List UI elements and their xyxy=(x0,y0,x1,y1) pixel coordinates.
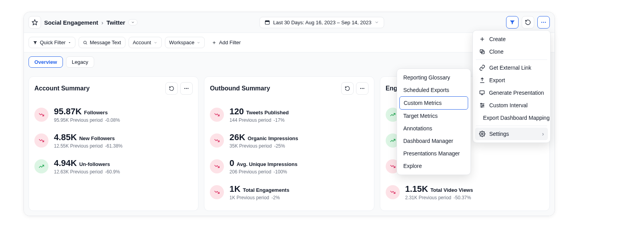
submenu-dashboard-manager[interactable]: Dashboard Manager xyxy=(399,135,468,147)
metric-label: Tweets Published xyxy=(246,110,289,115)
filter-icon xyxy=(33,40,38,45)
tab-overview[interactable]: Overview xyxy=(29,56,63,68)
dashboard-window: Social Engagement › Twitter Last 30 Days… xyxy=(23,12,555,216)
metric-label: Total Video Views xyxy=(430,187,473,193)
trend-bubble xyxy=(210,159,224,173)
trend-up-icon xyxy=(390,112,396,118)
svg-point-30 xyxy=(483,105,484,106)
metric-row: 26KOrganic Impressions35K Previous perio… xyxy=(210,128,368,153)
link-icon xyxy=(479,65,485,71)
trend-bubble xyxy=(34,133,48,148)
menu-custom-interval[interactable]: Custom Interval xyxy=(475,99,548,112)
more-button[interactable] xyxy=(537,16,550,29)
svg-point-5 xyxy=(545,22,546,23)
trend-bubble xyxy=(210,133,224,148)
metric-value: 4.94K xyxy=(54,158,77,168)
metric-sub: 95.95K Previous period-0.08% xyxy=(54,117,120,123)
trend-down-icon xyxy=(390,189,396,195)
add-filter-button[interactable]: Add Filter xyxy=(208,37,245,48)
trend-up-icon xyxy=(38,163,45,169)
breadcrumb-root: Social Engagement xyxy=(44,19,98,26)
caret-down-icon xyxy=(68,41,71,44)
chevron-down-icon xyxy=(131,20,135,24)
trend-down-icon xyxy=(38,137,45,144)
copy-icon xyxy=(479,49,485,55)
metric-value: 4.85K xyxy=(54,132,77,142)
submenu-custom-metrics[interactable]: Custom Metrics xyxy=(399,96,468,110)
menu-settings[interactable]: Settings › xyxy=(475,128,548,140)
message-text-filter[interactable]: Message Text xyxy=(79,37,125,48)
chevron-right-icon: › xyxy=(542,131,544,137)
favorite-button[interactable] xyxy=(29,16,41,29)
refresh-icon xyxy=(525,19,531,25)
card-title: Account Summary xyxy=(34,85,89,92)
submenu-explore[interactable]: Explore xyxy=(399,160,468,172)
menu-generate-presentation[interactable]: Generate Presentation xyxy=(475,87,548,99)
topbar: Social Engagement › Twitter Last 30 Days… xyxy=(24,12,555,33)
metric-value: 26K xyxy=(229,132,245,142)
submenu-scheduled-exports[interactable]: Scheduled Exports xyxy=(399,84,468,96)
ellipsis-icon xyxy=(360,86,365,91)
trend-down-icon xyxy=(214,163,220,169)
svg-point-10 xyxy=(184,88,185,89)
svg-point-14 xyxy=(361,88,362,89)
menu-export-mapping[interactable]: Export Dashboard Mapping xyxy=(475,112,548,124)
svg-point-32 xyxy=(481,133,483,135)
metric-row: 4.85KNew Followers12.55K Previous period… xyxy=(34,128,193,153)
svg-point-12 xyxy=(188,88,188,89)
metric-value: 120 xyxy=(229,106,244,117)
metric-label: New Followers xyxy=(79,135,115,141)
breadcrumb[interactable]: Social Engagement › Twitter xyxy=(44,19,138,26)
metric-row: 4.94KUn-followers12.63K Previous period-… xyxy=(34,153,193,179)
metric-sub: 35K Previous period-25% xyxy=(229,143,298,149)
trend-down-icon xyxy=(214,112,220,118)
menu-export[interactable]: Export xyxy=(475,74,548,87)
metric-sub: 1K Previous period-2% xyxy=(229,195,289,200)
menu-clone[interactable]: Clone xyxy=(475,45,548,58)
submenu-presentations-manager[interactable]: Presentations Manager xyxy=(399,147,468,160)
star-icon xyxy=(32,19,38,25)
metric-row: 1KTotal Engagements1K Previous period-2% xyxy=(210,179,368,205)
plus-icon xyxy=(212,40,216,45)
trend-bubble xyxy=(34,159,48,173)
workspace-filter[interactable]: Workspace xyxy=(165,37,205,48)
metric-value: 1.15K xyxy=(405,184,428,194)
ellipsis-icon xyxy=(540,19,547,25)
trend-up-icon xyxy=(390,137,396,144)
card-more-button[interactable] xyxy=(180,82,193,95)
menu-external-link[interactable]: Get External Link xyxy=(475,61,548,74)
card-more-button[interactable] xyxy=(356,82,369,95)
quick-filter-button[interactable]: Quick Filter xyxy=(29,37,75,48)
filter-icon xyxy=(509,19,515,25)
svg-point-29 xyxy=(481,103,482,105)
trend-bubble xyxy=(386,185,400,199)
menu-create[interactable]: Create xyxy=(475,33,548,45)
metric-sub: 12.55K Previous period-61.38% xyxy=(54,143,122,149)
presentation-icon xyxy=(479,90,485,96)
filter-button[interactable] xyxy=(506,16,519,29)
account-filter[interactable]: Account xyxy=(129,37,162,48)
metric-label: Avg. Unique Impressions xyxy=(237,161,298,167)
submenu-reporting-glossary[interactable]: Reporting Glossary xyxy=(399,71,468,84)
tab-legacy[interactable]: Legacy xyxy=(66,56,94,68)
metric-row: 95.87KFollowers95.95K Previous period-0.… xyxy=(34,102,193,128)
card-refresh-button[interactable] xyxy=(341,82,354,95)
card-refresh-button[interactable] xyxy=(165,82,178,95)
settings-submenu: Reporting Glossary Scheduled Exports Cus… xyxy=(397,69,471,175)
svg-point-11 xyxy=(186,88,187,89)
upload-icon xyxy=(479,77,485,83)
submenu-target-metrics[interactable]: Target Metrics xyxy=(399,110,468,122)
svg-rect-23 xyxy=(480,91,484,94)
metric-value: 0 xyxy=(229,158,234,168)
metric-sub: 12.63K Previous period-60.9% xyxy=(54,169,120,175)
trend-bubble xyxy=(34,108,48,122)
breadcrumb-dropdown[interactable] xyxy=(128,19,138,25)
date-range-label: Last 30 Days: Aug 16, 2023 – Sep 14, 202… xyxy=(273,20,372,25)
submenu-annotations[interactable]: Annotations xyxy=(399,122,468,135)
svg-point-6 xyxy=(84,41,86,44)
plus-icon xyxy=(479,36,485,42)
refresh-button[interactable] xyxy=(522,16,534,29)
date-range-picker[interactable]: Last 30 Days: Aug 16, 2023 – Sep 14, 202… xyxy=(259,17,385,28)
search-icon xyxy=(83,40,88,45)
sliders-icon xyxy=(479,102,485,108)
